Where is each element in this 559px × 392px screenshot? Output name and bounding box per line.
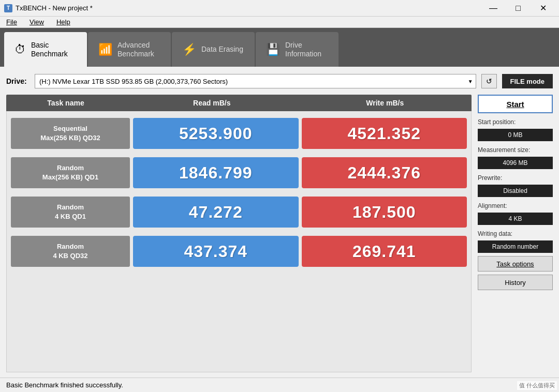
start-button[interactable]: Start — [478, 95, 553, 113]
writing-data-value: Random number — [478, 240, 553, 253]
minimize-button[interactable]: — — [481, 0, 505, 17]
menu-help[interactable]: Help — [52, 17, 75, 27]
read-random-256kb-qd1: 1846.799 — [133, 157, 299, 188]
write-random-4kb-qd32: 269.741 — [302, 236, 467, 267]
write-random-256kb-qd1: 2444.376 — [302, 157, 467, 188]
window-controls: — □ ✕ — [481, 0, 555, 17]
drive-select[interactable]: (H:) NVMe Lexar 1TB SSD 953.85 GB (2,000… — [35, 74, 476, 88]
status-text: Basic Benchmark finished successfully. — [6, 381, 123, 389]
data-erasing-icon: ⚡ — [182, 43, 196, 56]
table-row: Random4 KB QD1 47.272 187.500 — [7, 194, 471, 230]
advanced-benchmark-icon: 📶 — [98, 43, 112, 56]
drive-select-wrapper: (H:) NVMe Lexar 1TB SSD 953.85 GB (2,000… — [35, 74, 476, 88]
tab-advanced-benchmark[interactable]: 📶 AdvancedBenchmark — [88, 32, 171, 67]
header-task-name: Task name — [6, 99, 125, 107]
history-button[interactable]: History — [478, 275, 553, 290]
task-name-random-4kb-qd32: Random4 KB QD32 — [11, 236, 130, 267]
prewrite-value: Disabled — [478, 185, 553, 197]
status-bar: Basic Benchmark finished successfully. — [0, 378, 559, 392]
task-name-sequential-qd32: SequentialMax(256 KB) QD32 — [11, 118, 130, 149]
header-write: Write mB/s — [299, 99, 472, 107]
file-mode-button[interactable]: FILE mode — [502, 74, 553, 88]
table-header: Task name Read mB/s Write mB/s — [6, 95, 472, 111]
bench-area: Task name Read mB/s Write mB/s Sequentia… — [6, 95, 472, 372]
watermark: 值 什么值得买 — [517, 381, 557, 390]
measurement-size-value: 4096 MB — [478, 157, 553, 169]
tab-data-erasing[interactable]: ⚡ Data Erasing — [172, 32, 255, 67]
maximize-button[interactable]: □ — [506, 0, 530, 17]
tab-basic-benchmark[interactable]: ⏱ BasicBenchmark — [4, 32, 87, 67]
app-icon: T — [4, 4, 12, 12]
title-bar: T TxBENCH - New project * — □ ✕ — [0, 0, 559, 17]
bench-and-sidebar: Task name Read mB/s Write mB/s Sequentia… — [6, 95, 553, 372]
alignment-label: Alignment: — [478, 202, 553, 209]
drive-row: Drive: (H:) NVMe Lexar 1TB SSD 953.85 GB… — [6, 72, 553, 91]
task-options-button[interactable]: Task options — [478, 256, 553, 272]
read-sequential-qd32: 5253.900 — [133, 118, 299, 149]
menu-bar: File View Help — [0, 17, 559, 28]
table-row: RandomMax(256 KB) QD1 1846.799 2444.376 — [7, 155, 471, 191]
write-random-4kb-qd1: 187.500 — [302, 197, 467, 228]
basic-benchmark-icon: ⏱ — [14, 43, 26, 56]
main-content: Drive: (H:) NVMe Lexar 1TB SSD 953.85 GB… — [0, 67, 559, 378]
start-position-value: 0 MB — [478, 129, 553, 141]
task-name-random-256kb-qd1: RandomMax(256 KB) QD1 — [11, 157, 130, 188]
menu-view[interactable]: View — [25, 17, 48, 27]
alignment-value: 4 KB — [478, 213, 553, 225]
menu-file[interactable]: File — [2, 17, 21, 27]
sidebar: Start Start position: 0 MB Measurement s… — [478, 95, 553, 372]
measurement-size-label: Measurement size: — [478, 146, 553, 154]
start-position-label: Start position: — [478, 118, 553, 126]
tab-bar: ⏱ BasicBenchmark 📶 AdvancedBenchmark ⚡ D… — [0, 28, 559, 67]
refresh-button[interactable]: ↺ — [481, 74, 497, 88]
write-sequential-qd32: 4521.352 — [302, 118, 467, 149]
tab-basic-benchmark-label: BasicBenchmark — [31, 41, 68, 58]
table-row: SequentialMax(256 KB) QD32 5253.900 4521… — [7, 115, 471, 152]
header-read: Read mB/s — [125, 99, 299, 107]
table-row: Random4 KB QD32 437.374 269.741 — [7, 233, 471, 269]
read-random-4kb-qd32: 437.374 — [133, 236, 299, 267]
prewrite-label: Prewrite: — [478, 174, 553, 182]
tab-advanced-benchmark-label: AdvancedBenchmark — [117, 41, 154, 58]
tab-drive-information-label: DriveInformation — [285, 41, 321, 58]
close-button[interactable]: ✕ — [531, 0, 555, 17]
drive-label: Drive: — [6, 77, 30, 85]
task-name-random-4kb-qd1: Random4 KB QD1 — [11, 197, 130, 228]
writing-data-label: Writing data: — [478, 230, 553, 237]
window-title: TxBENCH - New project * — [16, 4, 93, 12]
tab-data-erasing-label: Data Erasing — [201, 45, 243, 54]
title-bar-left: T TxBENCH - New project * — [4, 4, 93, 12]
drive-information-icon: 💾 — [266, 43, 280, 56]
read-random-4kb-qd1: 47.272 — [133, 197, 299, 228]
bench-rows: SequentialMax(256 KB) QD32 5253.900 4521… — [6, 111, 472, 372]
tab-drive-information[interactable]: 💾 DriveInformation — [256, 32, 339, 67]
